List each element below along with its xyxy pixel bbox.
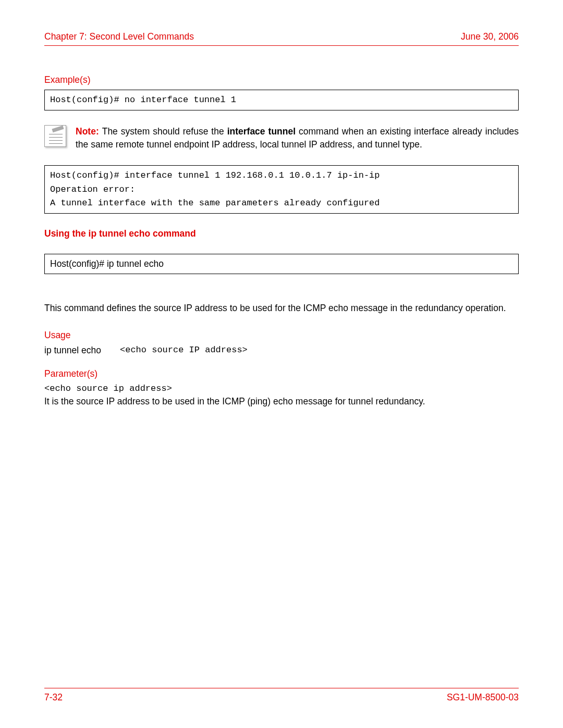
note-body-pre: The system should refuse the: [102, 126, 227, 137]
usage-label: Usage: [44, 330, 519, 341]
examples-label: Example(s): [44, 75, 519, 85]
command-description: This command defines the source IP addre…: [44, 301, 519, 315]
page-footer: 7-32 SG1-UM-8500-03: [44, 692, 519, 703]
footer-rule: [44, 688, 519, 688]
page-container: Chapter 7: Second Level Commands June 30…: [0, 0, 563, 408]
header-rule: [44, 45, 519, 46]
code-block-1: Host(config)# no interface tunnel 1: [44, 90, 519, 110]
note-text: Note: The system should refuse the inter…: [76, 125, 519, 151]
code-block-2: Host(config)# interface tunnel 1 192.168…: [44, 165, 519, 214]
note-label: Note:: [76, 126, 102, 137]
note-icon: [44, 125, 66, 147]
parameters-label: Parameter(s): [44, 368, 519, 379]
chapter-title: Chapter 7: Second Level Commands: [44, 31, 194, 42]
parameter-name: <echo source ip address>: [44, 384, 519, 393]
note-bold-command: interface tunnel: [227, 126, 296, 137]
syntax-box: Host(config)# ip tunnel echo: [44, 254, 519, 274]
footer-page-number: 7-32: [44, 692, 63, 703]
footer-doc-id: SG1-UM-8500-03: [447, 692, 519, 703]
note-block: Note: The system should refuse the inter…: [44, 125, 519, 151]
page-header: Chapter 7: Second Level Commands June 30…: [44, 31, 519, 42]
usage-line: ip tunnel echo <echo source IP address>: [44, 345, 519, 356]
header-date: June 30, 2006: [461, 31, 519, 42]
usage-arg: <echo source IP address>: [120, 345, 248, 356]
parameter-description: It is the source IP address to be used i…: [44, 394, 519, 408]
usage-command: ip tunnel echo: [44, 345, 101, 356]
section-heading: Using the ip tunnel echo command: [44, 228, 519, 239]
